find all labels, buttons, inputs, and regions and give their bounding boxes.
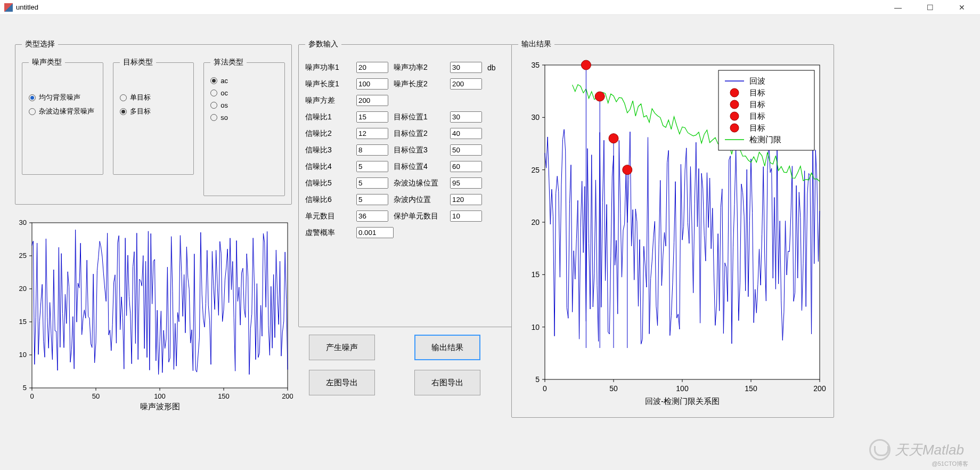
svg-point-38 [730,100,739,109]
svg-point-30 [609,134,618,143]
svg-text:20: 20 [531,218,540,226]
algo-type-legend: 算法类型 [210,58,247,67]
snr6-label: 信噪比6 [305,195,351,205]
panel-types-legend: 类型选择 [22,39,58,49]
noise-power2-input[interactable] [450,62,482,73]
svg-point-26 [581,60,591,70]
panel-algo-type: 算法类型 ac oc os so [203,58,285,196]
pos4-input[interactable] [450,161,482,172]
export-left-button[interactable]: 左图导出 [309,370,375,395]
right-plot: 0501001502005101520253035回波目标目标目标目标检测门限回… [518,54,827,411]
panel-noise-type: 噪声类型 均匀背景噪声 杂波边缘背景噪声 [22,58,103,175]
svg-text:目标: 目标 [749,88,765,97]
noise-var-input[interactable] [356,95,388,106]
guard-label: 保护单元数目 [394,212,445,221]
pfa-input[interactable] [356,227,394,238]
noise-power2-label: 噪声功率2 [394,63,445,72]
pos6-label: 杂波内位置 [394,195,445,205]
svg-text:0: 0 [543,384,547,393]
radio-algo-ac[interactable]: ac [210,77,278,85]
snr3-label: 信噪比3 [305,145,351,155]
svg-text:检测门限: 检测门限 [749,135,781,144]
pfa-label: 虚警概率 [305,228,351,238]
cells-input[interactable] [356,210,388,222]
output-result-button[interactable]: 输出结果 [414,335,480,360]
noise-len2-input[interactable] [450,78,482,90]
export-left-label: 左图导出 [326,378,358,388]
export-right-button[interactable]: 右图导出 [414,370,480,395]
radio-multi-target[interactable]: 多目标 [120,107,187,116]
pos2-input[interactable] [450,128,482,139]
svg-text:5: 5 [23,384,27,392]
snr4-label: 信噪比4 [305,162,351,172]
noise-len2-label: 噪声长度2 [394,79,445,89]
export-right-label: 右图导出 [431,378,463,388]
radio-clutter-edge-noise[interactable]: 杂波边缘背景噪声 [29,107,96,116]
noise-power1-label: 噪声功率1 [305,63,351,72]
svg-text:10: 10 [531,323,540,331]
svg-text:5: 5 [535,375,540,384]
pos2-label: 目标位置2 [394,129,445,139]
svg-text:25: 25 [531,166,540,174]
radio-algo-oc-label: oc [220,89,228,97]
snr2-label: 信噪比2 [305,129,351,139]
window-title: untitled [16,3,888,11]
minimize-button[interactable]: — [888,3,908,12]
radio-uniform-noise-label: 均匀背景噪声 [39,93,80,102]
generate-noise-label: 产生噪声 [326,343,358,353]
svg-text:30: 30 [531,113,540,121]
noise-len1-input[interactable] [356,78,388,90]
svg-point-40 [730,112,739,120]
svg-text:10: 10 [19,351,27,359]
snr5-label: 信噪比5 [305,179,351,188]
generate-noise-button[interactable]: 产生噪声 [309,335,375,360]
panel-output: 输出结果 0501001502005101520253035回波目标目标目标目标… [511,39,834,418]
snr3-input[interactable] [356,144,388,156]
svg-text:回波-检测门限关系图: 回波-检测门限关系图 [645,396,720,406]
svg-text:100: 100 [154,392,166,400]
pos3-input[interactable] [450,144,482,156]
cells-label: 单元数目 [305,212,351,221]
radio-uniform-noise[interactable]: 均匀背景噪声 [29,93,96,102]
radio-single-target[interactable]: 单目标 [120,93,187,102]
snr1-input[interactable] [356,111,388,123]
svg-text:50: 50 [609,384,618,393]
svg-point-36 [730,88,739,97]
svg-point-32 [623,165,632,175]
watermark-text: 天天Matlab [895,441,964,459]
radio-clutter-edge-noise-label: 杂波边缘背景噪声 [39,107,94,116]
guard-input[interactable] [450,210,482,222]
svg-text:25: 25 [19,252,27,260]
radio-algo-so[interactable]: so [210,114,278,121]
radio-single-target-label: 单目标 [130,93,151,102]
snr4-input[interactable] [356,161,388,172]
svg-text:150: 150 [218,392,230,400]
pos5-input[interactable] [450,177,482,189]
footer-text: @51CTO博客 [932,460,968,468]
pos1-label: 目标位置1 [394,112,445,122]
snr2-input[interactable] [356,128,388,139]
svg-text:35: 35 [531,61,540,69]
maximize-button[interactable]: ☐ [920,3,940,12]
svg-point-28 [595,92,605,101]
radio-algo-os[interactable]: os [210,101,278,109]
snr6-input[interactable] [356,194,388,205]
svg-text:噪声波形图: 噪声波形图 [140,402,180,411]
svg-text:200: 200 [282,392,293,400]
title-bar: untitled — ☐ ✕ [0,0,980,15]
close-button[interactable]: ✕ [952,3,971,12]
radio-algo-oc[interactable]: oc [210,89,278,97]
panel-output-legend: 输出结果 [518,39,554,49]
svg-text:目标: 目标 [749,111,765,120]
panel-target-type: 目标类型 单目标 多目标 [113,58,194,175]
radio-algo-os-label: os [220,101,228,109]
noise-power1-input[interactable] [356,62,388,73]
panel-params: 参数输入 噪声功率1 噪声功率2 db 噪声长度1 噪声长度2 噪声方差 信噪比… [298,39,512,327]
svg-text:0: 0 [30,392,34,400]
pos6-input[interactable] [450,194,482,205]
snr5-input[interactable] [356,177,388,189]
left-plot: 05010015020051015202530噪声波形图 [11,217,293,415]
pos1-input[interactable] [450,111,482,123]
svg-text:20: 20 [19,285,27,293]
noise-var-label: 噪声方差 [305,96,351,106]
